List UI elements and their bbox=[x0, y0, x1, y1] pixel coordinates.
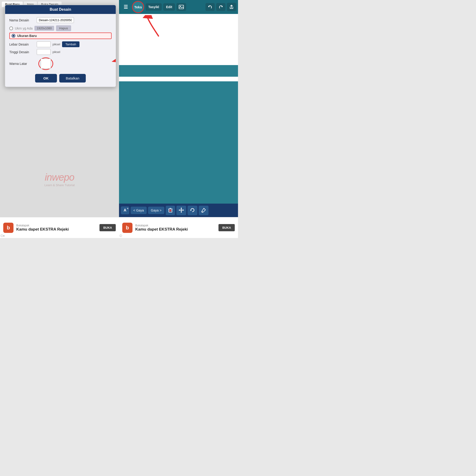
dialog-body: Nama Desain Ukrn yg Ada 1920x1080 Hapus … bbox=[5, 14, 116, 87]
ok-button[interactable]: OK bbox=[35, 74, 57, 83]
teks-button[interactable]: Teks bbox=[132, 1, 144, 13]
lebar-row: Lebar Desain piksel Tambah bbox=[9, 41, 112, 47]
undo-icon bbox=[208, 5, 212, 9]
prev-style-button[interactable]: < Gaya bbox=[131, 207, 147, 214]
menu-button[interactable]: ☰ bbox=[121, 2, 131, 12]
delete-icon bbox=[168, 207, 173, 213]
lebar-piksel: piksel bbox=[52, 43, 60, 46]
font-size-button[interactable]: AA bbox=[121, 206, 129, 214]
delete-text-button[interactable] bbox=[166, 206, 175, 215]
arrow-to-color bbox=[109, 53, 116, 65]
ukuran-baru-label: Ukuran Baru bbox=[17, 34, 37, 38]
nama-desain-label: Nama Desain bbox=[9, 18, 35, 22]
watermark-sub: Learn & Share Tutorial bbox=[44, 183, 75, 187]
ukuran-baru-radio[interactable] bbox=[12, 34, 15, 38]
tinggi-label: Tinggi Desain bbox=[9, 50, 35, 54]
svg-rect-1 bbox=[179, 5, 184, 9]
left-ad-button[interactable]: BUKA bbox=[100, 224, 116, 231]
format-bar: AA < Gaya Gaya > bbox=[119, 204, 238, 217]
ukuran-baru-row: Ukuran Baru bbox=[9, 33, 112, 39]
tinggi-row: Tinggi Desain piksel bbox=[9, 49, 112, 55]
color-picker-wrapper bbox=[38, 57, 54, 71]
rotate-button[interactable] bbox=[187, 206, 197, 215]
rotate-icon bbox=[190, 207, 195, 213]
canvas-teal-main bbox=[119, 81, 238, 204]
redo-icon bbox=[219, 5, 223, 9]
move-button[interactable] bbox=[176, 206, 186, 215]
left-panel: Buat Baru Impo Buka Desain Buat Desain N… bbox=[0, 0, 119, 238]
radio-dot-fill bbox=[13, 35, 14, 37]
watermark-logo: inwepo bbox=[44, 172, 75, 183]
lebar-input[interactable] bbox=[37, 41, 51, 47]
dialog-title: Buat Desain bbox=[5, 5, 116, 14]
size-badge: 1920x1080 bbox=[34, 26, 54, 31]
paint-button[interactable] bbox=[199, 206, 208, 215]
tambah-button[interactable]: Tambah bbox=[62, 41, 79, 47]
image-button[interactable] bbox=[176, 3, 186, 11]
share-icon bbox=[229, 5, 234, 9]
warna-label: Warna Latar bbox=[9, 62, 35, 66]
color-circle-highlight bbox=[38, 57, 53, 70]
nama-desain-row: Nama Desain bbox=[9, 17, 112, 23]
ukrn-radio[interactable] bbox=[9, 27, 13, 30]
svg-line-0 bbox=[114, 55, 116, 61]
right-panel: ☰ Teks Tasyikl Edit bbox=[119, 0, 238, 238]
ukrn-label: Ukrn yg Ada bbox=[15, 27, 33, 30]
warna-row: Warna Latar bbox=[9, 57, 112, 71]
redo-button[interactable] bbox=[216, 3, 225, 11]
move-icon bbox=[179, 207, 184, 213]
canvas-area bbox=[119, 14, 238, 204]
close-icon[interactable]: ✕ bbox=[3, 235, 5, 238]
hapus-button[interactable]: Hapus bbox=[56, 25, 71, 31]
left-ad-banner: b Bukalapak Kamu dapet EKSTRA Rejeki BUK… bbox=[0, 217, 119, 238]
svg-point-13 bbox=[202, 211, 203, 212]
tasykil-button[interactable]: Tasyikl bbox=[146, 3, 162, 11]
left-ad-text: Bukalapak Kamu dapet EKSTRA Rejeki bbox=[16, 224, 97, 232]
buat-desain-dialog: Buat Desain Nama Desain Ukrn yg Ada 1920… bbox=[5, 5, 116, 87]
batalkan-button[interactable]: Batalkan bbox=[59, 74, 86, 83]
nama-desain-input[interactable] bbox=[37, 17, 74, 23]
svg-line-12 bbox=[204, 208, 204, 209]
right-ad-title: Kamu dapet EKSTRA Rejeki bbox=[135, 227, 216, 232]
canvas-teal-strip bbox=[119, 65, 238, 77]
right-ad-brand: Bukalapak bbox=[135, 224, 216, 227]
right-toolbar: ☰ Teks Tasyikl Edit bbox=[119, 0, 238, 14]
color-swatch[interactable] bbox=[41, 59, 51, 69]
left-ad-title: Kamu dapet EKSTRA Rejeki bbox=[16, 227, 97, 232]
canvas-white-top bbox=[119, 14, 238, 65]
right-ad-button[interactable]: BUKA bbox=[219, 224, 235, 231]
right-ad-text: Bukalapak Kamu dapet EKSTRA Rejeki bbox=[135, 224, 216, 232]
image-icon bbox=[179, 5, 184, 9]
bukalapak-logo-left: b bbox=[3, 223, 14, 233]
dialog-buttons: OK Batalkan bbox=[9, 74, 112, 83]
edit-button[interactable]: Edit bbox=[163, 3, 175, 11]
lebar-label: Lebar Desain bbox=[9, 43, 35, 46]
canvas-mid-white bbox=[119, 77, 238, 81]
watermark: inwepo Learn & Share Tutorial bbox=[44, 172, 75, 187]
right-info-icon: ⓘ bbox=[119, 234, 122, 238]
tinggi-piksel: piksel bbox=[52, 50, 60, 54]
tinggi-input[interactable] bbox=[37, 49, 51, 55]
bukalapak-logo-right: b bbox=[122, 223, 133, 233]
paint-icon bbox=[201, 207, 206, 213]
right-ad-banner: b Bukalapak Kamu dapet EKSTRA Rejeki BUK… bbox=[119, 217, 238, 238]
left-ad-brand: Bukalapak bbox=[16, 224, 97, 227]
share-button[interactable] bbox=[227, 3, 236, 11]
next-style-button[interactable]: Gaya > bbox=[148, 207, 164, 214]
ukrn-row: Ukrn yg Ada 1920x1080 Hapus bbox=[9, 25, 112, 31]
undo-button[interactable] bbox=[205, 3, 215, 11]
